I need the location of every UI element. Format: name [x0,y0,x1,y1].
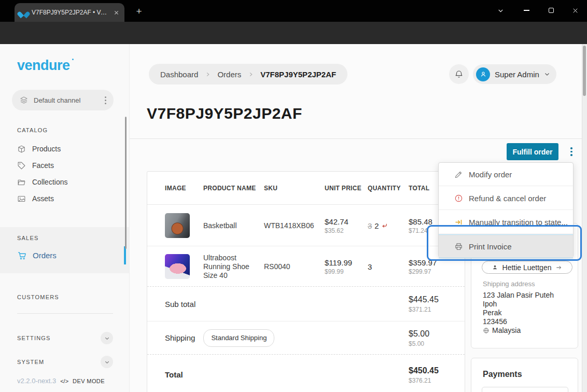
tag-icon [17,161,26,170]
address-country: Malaysia [483,326,554,335]
person-icon [479,70,487,78]
address-street: 123 Jalan Pasir Puteh [483,291,554,300]
sidebar-item-assets[interactable]: Assets [0,190,124,207]
window-minimize-button[interactable] [514,0,538,21]
person-icon [492,264,498,271]
browser-titlebar: V7F8PJ9Y5P2JP2AF • Vendure + [0,0,587,22]
notifications-button[interactable] [449,64,469,84]
new-tab-button[interactable]: + [132,4,146,19]
vendure-admin-app: vendure Default channel CATALOG Products… [0,44,587,392]
alert-circle-icon [454,194,463,203]
sidebar-item-collections[interactable]: Collections [0,174,124,190]
bell-icon [454,69,464,79]
unit-price: $42.74 $35.62 [325,217,368,234]
channel-switcher[interactable]: Default channel [12,90,114,110]
code-icon: </> [60,378,68,384]
shipping-address: 123 Jalan Pasir Puteh Ipoh Perak 123456 … [483,291,554,335]
total-amount: $450.45 $376.21 [409,366,466,384]
address-province: Perak [483,309,554,317]
chevron-right-icon [205,72,211,77]
globe-icon [483,327,490,334]
box-icon [17,145,26,153]
version-info: v2.2.0-next.3 </> DEV MODE [17,377,121,385]
breadcrumb-dashboard[interactable]: Dashboard [160,70,198,79]
tab-close-icon[interactable] [114,10,119,16]
divider [130,138,587,139]
shipping-row: Shipping Standard Shipping $5.00 $5.00 [147,322,465,355]
quantity-return-icon [381,222,388,230]
user-menu[interactable]: Super Admin [473,64,556,84]
sidebar-scrollbar[interactable] [125,117,127,249]
sidebar-group-system[interactable]: SYSTEM [17,356,113,368]
quantity-old: 3 [368,221,372,230]
col-product-name: PRODUCT NAME [203,185,264,192]
channel-menu-icon[interactable] [105,96,106,104]
sidebar-item-products[interactable]: Products [0,141,124,157]
chevron-right-icon [248,72,254,77]
browser-tab[interactable]: V7F8PJ9Y5P2JP2AF • Vendure [15,3,124,22]
product-thumbnail-basketball[interactable] [165,213,190,238]
dev-mode-label: DEV MODE [73,378,105,384]
tab-search-chevron-icon[interactable] [488,0,512,21]
order-actions-kebab[interactable] [565,143,578,160]
menu-item-modify-order[interactable]: Modify order [439,163,573,186]
page-scrollbar-track[interactable] [582,44,587,392]
menu-item-manually-transition[interactable]: Manually transition to state... [439,211,573,234]
shipping-method-badge: Standard Shipping [203,329,274,347]
section-catalog: CATALOG [17,127,48,133]
vendure-logo[interactable]: vendure [17,58,70,74]
col-image: IMAGE [165,185,203,192]
window-close-button[interactable] [563,0,587,21]
tab-title: V7F8PJ9Y5P2JP2AF • Vendure [32,9,109,16]
fulfill-order-button[interactable]: Fulfill order [507,143,558,160]
app-version: v2.2.0-next.3 [17,377,56,385]
sidebar-item-facets[interactable]: Facets [0,157,124,174]
pencil-icon [454,170,463,179]
total-label: Total [165,369,201,381]
browser-address-bar: localhost:3000/admin/orders/3 [0,22,587,44]
customer-link[interactable]: Hettie Luettgen [482,261,572,274]
quantity-cell: 3 [368,262,409,271]
total-row: Total $450.45 $376.21 [147,355,465,392]
layers-icon [19,95,29,105]
subtotal-amount: $445.45 $371.21 [409,295,466,313]
breadcrumb: Dashboard Orders V7F8PJ9Y5P2JP2AF [149,64,347,85]
address-postcode: 123456 [483,317,554,326]
chevron-down-icon [544,71,550,77]
table-row: Basketball WTB1418XB06 $42.74 $35.62 3 2… [147,205,465,246]
page-scrollbar-thumb[interactable] [583,46,586,96]
folder-icon [17,178,26,187]
product-sku: WTB1418XB06 [264,221,325,230]
line-total: $359.97 $299.97 [409,258,466,275]
chevron-down-icon[interactable] [101,356,113,368]
divider [17,313,113,314]
main-content: Dashboard Orders V7F8PJ9Y5P2JP2AF Super … [130,44,587,392]
breadcrumb-current: V7F8PJ9Y5P2JP2AF [260,70,336,79]
table-header-row: IMAGE PRODUCT NAME SKU UNIT PRICE QUANTI… [147,172,465,205]
product-name[interactable]: Ultraboost Running Shoe Size 40 [203,254,264,280]
breadcrumb-orders[interactable]: Orders [217,70,241,79]
product-name[interactable]: Basketball [203,221,264,230]
page-title: V7F8PJ9Y5P2JP2AF [147,105,302,122]
subtotal-row: Sub total $445.45 $371.21 [147,287,465,321]
shipping-label: Shipping Standard Shipping [165,329,325,347]
vendure-favicon-icon [20,9,27,16]
image-icon [17,194,26,203]
window-maximize-button[interactable] [539,0,563,21]
order-actions-menu: Modify order Refund & cancel order Manua… [438,162,574,258]
cart-icon [17,251,26,260]
section-sales: SALES [17,235,38,241]
chevron-down-icon[interactable] [101,332,113,344]
sidebar-item-orders[interactable]: Orders [0,246,124,264]
menu-item-refund-cancel-order[interactable]: Refund & cancel order [439,187,573,210]
section-customers[interactable]: CUSTOMERS [17,294,59,300]
payments-card: Payments [471,358,578,392]
product-thumbnail-shoe[interactable] [165,254,190,279]
channel-name: Default channel [34,96,100,104]
menu-item-print-invoice[interactable]: Print Invoice [439,234,573,258]
arrow-right-icon [555,264,563,271]
sidebar-group-settings[interactable]: SETTINGS [17,332,113,344]
shipping-address-label: Shipping address [483,280,535,288]
product-sku: RS0040 [264,262,325,271]
payments-title: Payments [483,370,522,379]
